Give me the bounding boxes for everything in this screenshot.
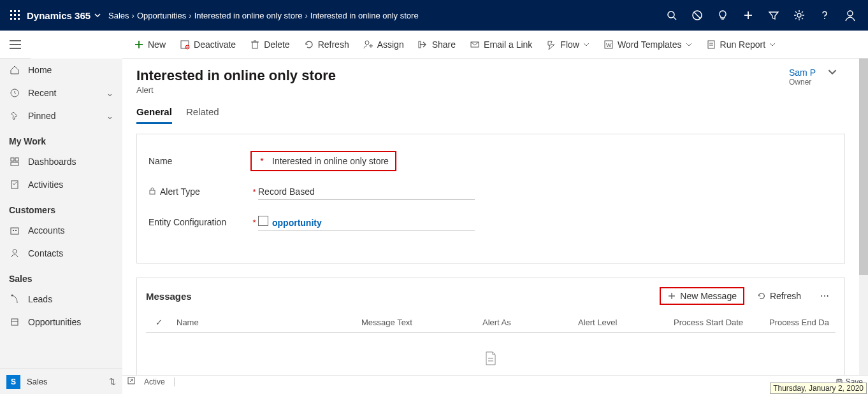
cmd-flow[interactable]: Flow [540,37,596,52]
entity-link[interactable]: opportunity [272,218,322,228]
page-subtitle: Alert [136,85,336,95]
form-tabs: General Related [136,106,845,125]
field-name-highlight[interactable]: *Interested in online only store [250,151,396,171]
clock-icon [9,88,20,98]
tab-general[interactable]: General [136,106,172,124]
field-entity-config[interactable]: opportunity [258,213,475,231]
lightbulb-icon[interactable] [710,0,735,31]
svg-rect-7 [14,18,16,20]
svg-rect-46 [13,230,14,231]
svg-line-12 [694,12,700,18]
svg-rect-50 [11,319,18,325]
col-process-end[interactable]: Process End Da [764,313,835,332]
scrollbar[interactable] [859,59,868,375]
help-icon[interactable] [812,0,837,31]
tab-related[interactable]: Related [186,106,219,124]
svg-point-48 [13,250,17,253]
cmd-email-link[interactable]: Email a Link [463,37,539,52]
group-sales: Sales [0,265,122,288]
cmd-delete[interactable]: Delete [243,37,296,52]
cmd-run-report[interactable]: Run Report [700,37,783,52]
home-icon [9,65,20,75]
col-name[interactable]: Name [171,313,356,332]
breadcrumb-0[interactable]: Sales [108,11,129,20]
svg-point-18 [848,11,853,16]
header-expand-icon[interactable] [820,67,845,76]
gear-icon[interactable] [786,0,812,31]
svg-rect-6 [10,18,12,20]
cmd-share[interactable]: Share [412,37,462,52]
col-check[interactable]: ✓ [146,313,171,332]
col-process-start[interactable]: Process Start Date [669,313,764,332]
status-bar: Active Save [122,375,868,388]
owner-name[interactable]: Sam P [789,67,816,78]
cmd-deactivate[interactable]: Deactivate [173,37,242,52]
area-badge: S [6,375,20,389]
breadcrumb-sep: › [132,11,134,20]
cmd-word-templates[interactable]: WWord Templates [597,37,698,52]
breadcrumb-sep: › [305,11,307,20]
new-message-button[interactable]: New Message [660,287,744,305]
required-icon: * [258,156,266,166]
lock-icon [148,186,156,197]
user-icon[interactable] [837,0,863,31]
area-switcher[interactable]: S Sales ⇅ [0,369,122,394]
col-alert-as[interactable]: Alert As [477,313,573,332]
field-name-value: Interested in online only store [272,156,389,166]
nav-home[interactable]: Home [0,59,122,81]
nav-activities[interactable]: Activities [0,173,122,196]
add-icon[interactable] [735,0,761,31]
required-icon: * [250,218,258,227]
svg-rect-52 [150,190,155,194]
nav-opportunities[interactable]: Opportunities [0,311,122,334]
label-entity-config: Entity Configuration [148,217,226,227]
svg-point-49 [11,295,13,297]
accounts-icon [9,225,20,236]
breadcrumb-2[interactable]: Interested in online only store [194,11,303,20]
sitemap-toggle[interactable] [0,31,31,59]
label-alert-type: Alert Type [160,186,200,197]
svg-rect-4 [14,14,16,16]
svg-rect-2 [18,10,20,12]
svg-rect-58 [838,379,841,381]
svg-point-30 [365,41,369,45]
more-messages-button[interactable]: ⋯ [814,288,835,304]
status-popout-icon[interactable] [127,377,135,386]
task-icon[interactable] [684,0,710,31]
refresh-messages-button[interactable]: Refresh [751,288,807,304]
global-nav: Dynamics 365 Sales › Opportunities › Int… [0,0,868,31]
nav-leads[interactable]: Leads [0,288,122,311]
group-mywork: My Work [0,127,122,150]
svg-line-10 [674,17,676,20]
brand-label[interactable]: Dynamics 365 [27,10,90,21]
leads-icon [9,294,20,304]
field-alert-type[interactable]: Record Based [258,184,475,200]
updown-icon: ⇅ [109,377,116,386]
svg-rect-42 [15,158,18,161]
filter-icon[interactable] [761,0,786,31]
date-tooltip: Thursday, January 2, 2020 [770,383,867,394]
search-icon[interactable] [659,0,684,31]
command-bar: New Deactivate Delete Refresh Assign Sha… [122,31,868,59]
nav-contacts[interactable]: Contacts [0,242,122,265]
app-launcher-icon[interactable] [5,5,25,25]
nav-recent[interactable]: Recent⌄ [0,81,122,104]
form-section: Name *Interested in online only store Al… [136,134,845,264]
nav-pinned[interactable]: Pinned⌄ [0,104,122,127]
col-message-text[interactable]: Message Text [356,313,477,332]
area-label: Sales [27,377,103,386]
entity-icon [258,216,268,226]
breadcrumb-1[interactable]: Opportunities [137,11,186,20]
brand-caret-icon[interactable] [94,11,101,20]
svg-rect-3 [10,14,12,16]
col-alert-level[interactable]: Alert Level [573,313,669,332]
cmd-assign[interactable]: Assign [357,37,410,52]
breadcrumb-3[interactable]: Interested in online only store [310,11,419,20]
cmd-new[interactable]: New [127,37,172,52]
svg-rect-37 [708,41,714,48]
nav-dashboards[interactable]: Dashboards [0,150,122,173]
cmd-refresh[interactable]: Refresh [298,37,356,52]
nav-accounts[interactable]: Accounts [0,219,122,242]
svg-rect-0 [10,10,12,12]
svg-rect-44 [11,181,18,188]
